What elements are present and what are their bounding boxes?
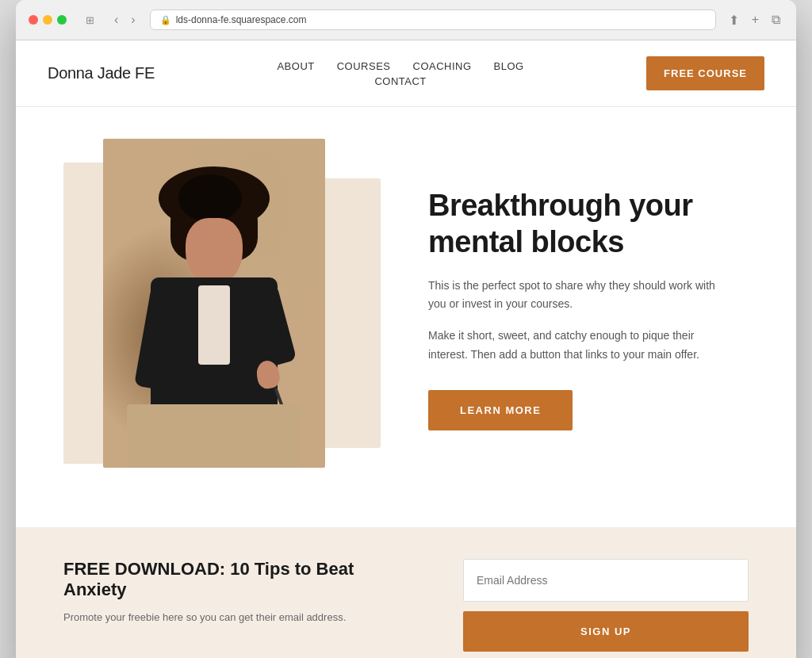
browser-chrome: ⊞ ‹ › 🔒 lds-donna-fe.squarespace.com ⬆ +… [16,0,796,40]
window-grid-icon[interactable]: ⊞ [79,12,100,28]
site-nav: ABOUT COURSES COACHING BLOG CONTACT [277,60,523,87]
hero-image-container [63,139,381,480]
nav-about[interactable]: ABOUT [277,60,314,72]
site-header: Donna Jade FE ABOUT COURSES COACHING BLO… [16,40,796,107]
nav-coaching[interactable]: COACHING [413,60,472,72]
sign-up-button[interactable]: SIGN UP [463,611,749,652]
maximize-button[interactable] [57,15,67,25]
hero-title: Breakthrough your mental blocks [428,188,730,260]
lock-icon: 🔒 [160,15,171,25]
hero-content: Breakthrough your mental blocks This is … [428,188,730,430]
nav-buttons: ‹ › [109,11,140,29]
desk [127,404,301,468]
email-input[interactable] [463,559,749,602]
forward-button[interactable]: › [126,11,140,29]
free-download-right: SIGN UP [463,559,749,652]
close-button[interactable] [29,15,38,25]
nav-row-top: ABOUT COURSES COACHING BLOG [277,60,523,72]
free-download-description: Promote your freebie here so you can get… [63,610,381,626]
back-button[interactable]: ‹ [109,11,123,29]
address-bar[interactable]: 🔒 lds-donna-fe.squarespace.com [150,10,716,30]
hero-description-2: Make it short, sweet, and catchy enough … [428,327,730,365]
nav-contact[interactable]: CONTACT [374,75,426,87]
free-download-left: FREE DOWNLOAD: 10 Tips to Beat Anxiety P… [63,559,381,626]
nav-row-bottom: CONTACT [374,75,426,87]
free-download-section: FREE DOWNLOAD: 10 Tips to Beat Anxiety P… [16,527,796,658]
hero-photo [103,139,325,468]
person-figure [127,174,301,468]
browser-actions: ⬆ + ⧉ [726,11,783,29]
learn-more-button[interactable]: LEARN MORE [428,390,573,430]
hero-description-1: This is the perfect spot to share why th… [428,277,730,315]
url-text: lds-donna-fe.squarespace.com [176,14,307,25]
hero-section: Breakthrough your mental blocks This is … [16,107,796,527]
face [186,218,243,285]
browser-controls: ⊞ [79,12,100,28]
free-course-button[interactable]: FREE COURSE [646,56,764,90]
tabs-icon[interactable]: ⧉ [768,11,783,29]
nav-courses[interactable]: COURSES [337,60,391,72]
minimize-button[interactable] [43,15,52,25]
free-download-title: FREE DOWNLOAD: 10 Tips to Beat Anxiety [63,559,381,600]
traffic-lights [29,15,67,25]
browser-window: ⊞ ‹ › 🔒 lds-donna-fe.squarespace.com ⬆ +… [16,0,796,658]
website-content: Donna Jade FE ABOUT COURSES COACHING BLO… [16,40,796,658]
nav-blog[interactable]: BLOG [494,60,524,72]
site-logo[interactable]: Donna Jade FE [48,64,155,82]
share-icon[interactable]: ⬆ [726,11,742,29]
new-tab-icon[interactable]: + [749,11,762,29]
